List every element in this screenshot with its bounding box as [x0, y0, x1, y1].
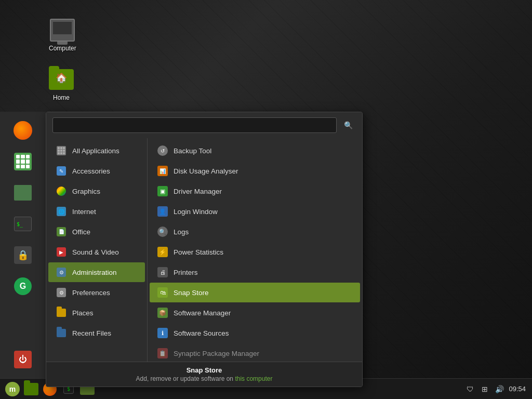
- cat-sound-video[interactable]: ▶ Sound & Video: [48, 242, 145, 262]
- cat-accessories-label: Accessories: [72, 167, 110, 175]
- cat-internet[interactable]: 🌐 Internet: [48, 202, 145, 221]
- status-description-text: Add, remove or update software on: [136, 375, 235, 382]
- backup-tool-icon: ↺: [157, 145, 168, 156]
- app-printers-label: Printers: [174, 269, 198, 276]
- app-software-manager-label: Software Manager: [174, 309, 231, 317]
- cat-recent-files-label: Recent Files: [72, 329, 111, 337]
- home-icon-label: Home: [53, 94, 70, 101]
- taskbar-time: 09:54: [509, 385, 526, 393]
- sidebar-btn-firefox[interactable]: [8, 116, 37, 145]
- desktop-icon-home[interactable]: 🏠 Home: [47, 65, 76, 103]
- app-login-window[interactable]: 👤 Login Window: [150, 202, 360, 221]
- taskbar-files-button[interactable]: [23, 381, 39, 397]
- files-icon: [14, 185, 32, 201]
- app-software-sources[interactable]: ℹ Software Sources: [150, 323, 360, 343]
- app-software-sources-label: Software Sources: [174, 329, 229, 337]
- status-description-link[interactable]: this computer: [235, 375, 272, 382]
- power-icon: ⏻: [14, 351, 32, 368]
- cat-sound-video-label: Sound & Video: [72, 248, 119, 256]
- recent-files-icon: [56, 327, 67, 339]
- cat-graphics-label: Graphics: [72, 188, 100, 195]
- app-synaptic-label: Synaptic Package Manager: [174, 350, 259, 357]
- software-manager-icon: 📦: [157, 307, 168, 318]
- cat-recent-files[interactable]: Recent Files: [48, 323, 145, 343]
- internet-icon: 🌐: [56, 206, 67, 217]
- grid-icon: [14, 153, 32, 170]
- cat-graphics[interactable]: Graphics: [48, 181, 145, 201]
- app-disk-usage-label: Disk Usage Analyser: [174, 167, 238, 175]
- logs-icon: 🔍: [157, 226, 168, 237]
- sidebar-btn-power[interactable]: ⏻: [8, 345, 37, 374]
- all-apps-icon: [56, 145, 67, 156]
- app-power-statistics-label: Power Statistics: [174, 248, 223, 256]
- system-tray: 🛡 ⊞ 🔊 09:54: [459, 384, 532, 394]
- sidebar-btn-appgrid[interactable]: [8, 147, 37, 176]
- app-snap-store-label: Snap Store: [174, 289, 209, 297]
- app-logs[interactable]: 🔍 Logs: [150, 222, 360, 242]
- app-backup-tool[interactable]: ↺ Backup Tool: [150, 141, 360, 161]
- snap-store-icon: 🛍: [157, 287, 168, 298]
- places-icon: [56, 307, 67, 318]
- sidebar-btn-files[interactable]: [8, 178, 37, 207]
- printers-icon: 🖨: [157, 267, 168, 278]
- cat-administration-label: Administration: [72, 269, 117, 276]
- app-menu: 🔍 All Applications: [46, 112, 363, 387]
- sidebar-btn-terminal[interactable]: $_: [8, 209, 37, 238]
- grammarly-icon: G: [14, 277, 32, 295]
- firefox-icon: [14, 121, 32, 140]
- disk-usage-icon: 📊: [157, 165, 168, 177]
- software-sources-icon: ℹ: [157, 327, 168, 339]
- cat-preferences-label: Preferences: [72, 289, 110, 297]
- app-disk-usage[interactable]: 📊 Disk Usage Analyser: [150, 161, 360, 181]
- app-driver-manager[interactable]: ▣ Driver Manager: [150, 181, 360, 201]
- status-app-name: Snap Store: [54, 366, 355, 374]
- driver-manager-icon: ▣: [157, 185, 168, 197]
- app-login-window-label: Login Window: [174, 208, 218, 216]
- cat-administration[interactable]: ⚙ Administration: [48, 262, 145, 282]
- computer-icon: [50, 18, 75, 43]
- home-folder-icon: 🏠: [49, 67, 74, 92]
- app-backup-tool-label: Backup Tool: [174, 147, 211, 155]
- app-synaptic[interactable]: 📋 Synaptic Package Manager: [150, 343, 360, 362]
- sidebar-btn-lock[interactable]: 🔒: [8, 241, 37, 270]
- search-button[interactable]: 🔍: [341, 119, 356, 131]
- cat-office[interactable]: 📄 Office: [48, 222, 145, 242]
- cat-places[interactable]: Places: [48, 303, 145, 323]
- computer-icon-label: Computer: [49, 45, 76, 52]
- app-snap-store[interactable]: 🛍 Snap Store: [150, 283, 360, 302]
- preferences-icon: ⚙: [56, 287, 67, 298]
- tray-shield-icon[interactable]: 🛡: [465, 384, 475, 394]
- terminal-icon: $_: [14, 217, 32, 231]
- app-power-statistics[interactable]: ⚡ Power Statistics: [150, 242, 360, 262]
- cat-internet-label: Internet: [72, 208, 96, 216]
- login-window-icon: 👤: [157, 206, 168, 217]
- app-software-manager[interactable]: 📦 Software Manager: [150, 303, 360, 323]
- cat-office-label: Office: [72, 228, 90, 236]
- cat-accessories[interactable]: ✎ Accessories: [48, 161, 145, 181]
- cat-preferences[interactable]: ⚙ Preferences: [48, 283, 145, 302]
- sidebar: $_ 🔒 G ⏻: [0, 112, 46, 378]
- search-bar: 🔍: [46, 112, 362, 138]
- tray-volume-icon[interactable]: 🔊: [494, 384, 504, 394]
- graphics-icon: [56, 185, 67, 197]
- sound-video-icon: ▶: [56, 246, 67, 258]
- desktop-icon-computer[interactable]: Computer: [47, 16, 78, 54]
- status-bar: Snap Store Add, remove or update softwar…: [46, 362, 362, 387]
- search-input[interactable]: [52, 117, 337, 133]
- menu-content: All Applications ✎ Accessories Graphics: [46, 138, 362, 362]
- cat-all-applications[interactable]: All Applications: [48, 141, 145, 161]
- mint-logo-icon: m: [5, 382, 20, 396]
- cat-places-label: Places: [72, 309, 94, 317]
- cat-all-applications-label: All Applications: [72, 147, 119, 155]
- lock-icon: 🔒: [14, 246, 32, 264]
- accessories-icon: ✎: [56, 165, 67, 177]
- desktop: Computer 🏠 Home $_ 🔒: [0, 0, 532, 399]
- app-printers[interactable]: 🖨 Printers: [150, 262, 360, 282]
- synaptic-icon: 📋: [157, 348, 168, 359]
- office-icon: 📄: [56, 226, 67, 237]
- sidebar-btn-grammarly[interactable]: G: [8, 272, 37, 301]
- power-statistics-icon: ⚡: [157, 246, 168, 258]
- taskbar-mint-button[interactable]: m: [4, 381, 21, 397]
- tray-network-icon[interactable]: ⊞: [480, 384, 490, 394]
- categories-panel: All Applications ✎ Accessories Graphics: [46, 138, 148, 362]
